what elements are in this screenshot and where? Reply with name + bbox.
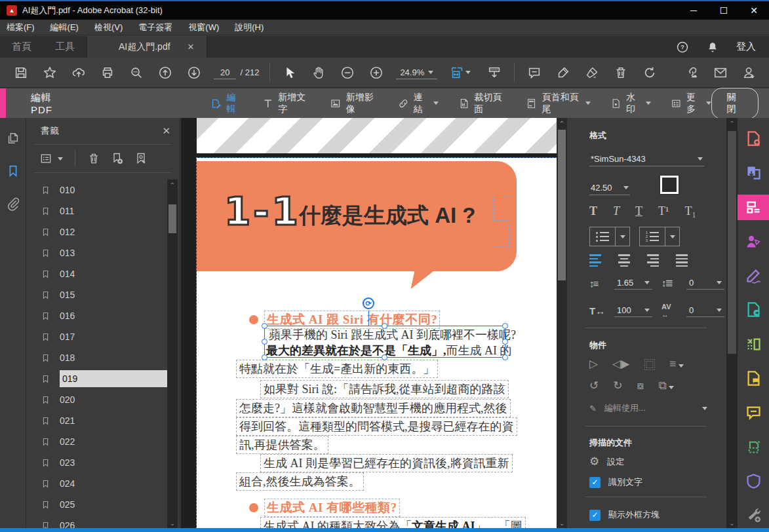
scroll-down-icon[interactable]: ⌄ bbox=[167, 518, 178, 528]
fill-sign-icon[interactable] bbox=[738, 263, 769, 288]
font-size-select[interactable]: 42.50 bbox=[589, 181, 630, 195]
scroll-down-icon[interactable]: ⌄ bbox=[726, 518, 738, 528]
crop-object-icon[interactable]: ⿴ bbox=[644, 356, 655, 372]
rotate-page-icon[interactable] bbox=[642, 66, 657, 80]
underline-button[interactable]: T bbox=[635, 204, 642, 218]
tab-document[interactable]: AI超入門.pdf ✕ bbox=[87, 36, 207, 58]
resize-handle[interactable] bbox=[502, 339, 508, 345]
add-image-button[interactable]: 新增影像 bbox=[330, 92, 378, 115]
numbered-list-button[interactable] bbox=[639, 227, 680, 246]
bookmark-item[interactable]: 014 bbox=[26, 263, 168, 284]
tab-close-icon[interactable]: ✕ bbox=[187, 42, 195, 52]
replace-image-icon[interactable]: ⧇ bbox=[637, 379, 644, 392]
fill-sign-pen-icon[interactable] bbox=[585, 66, 599, 80]
align-center-button[interactable] bbox=[618, 254, 630, 267]
scrollbar-thumb[interactable] bbox=[168, 204, 176, 233]
settings-label[interactable]: 設定 bbox=[607, 456, 624, 468]
watermark-button[interactable]: 水印 bbox=[610, 92, 651, 115]
attachments-paperclip-icon[interactable] bbox=[6, 197, 20, 211]
paragraph-line[interactable]: 如果對 Siri 說:「請告訴我,從車站到超商的路該 bbox=[260, 380, 509, 398]
paragraph-line[interactable]: 訊,再提供答案。 bbox=[236, 436, 328, 454]
bookmark-item[interactable]: 010 bbox=[26, 180, 168, 200]
bookmark-item[interactable]: 016 bbox=[26, 305, 168, 326]
protect-shield-icon[interactable] bbox=[738, 468, 769, 494]
next-page-icon[interactable] bbox=[187, 66, 201, 80]
pdf-page[interactable]: 1-1 什麼是生成式 AI ? ⟳ 生成式 AI 跟 Siri 有什麼不同? bbox=[197, 158, 557, 528]
export-share-icon[interactable] bbox=[738, 297, 769, 322]
resize-handle[interactable] bbox=[382, 354, 387, 360]
tab-home[interactable]: 首頁 bbox=[0, 36, 43, 58]
help-icon[interactable] bbox=[676, 41, 689, 54]
bookmark-item-selected[interactable]: 019 bbox=[26, 368, 168, 389]
chevron-down-icon[interactable] bbox=[58, 157, 63, 161]
menu-file[interactable]: 檔案(F) bbox=[7, 22, 35, 33]
font-color-swatch[interactable] bbox=[660, 176, 679, 194]
format-panel-scrollbar[interactable]: ⌃ ⌄ bbox=[726, 118, 738, 528]
show-outline-boxes-checkbox[interactable]: ✓ bbox=[589, 510, 601, 521]
recognize-text-checkbox[interactable]: ✓ bbox=[589, 477, 601, 488]
resize-handle[interactable] bbox=[262, 339, 267, 345]
flip-vertical-icon[interactable]: ◁▶ bbox=[612, 357, 629, 371]
scroll-up-icon[interactable]: ⌃ bbox=[726, 118, 738, 128]
selected-text-box[interactable] bbox=[264, 326, 505, 358]
paragraph-line[interactable]: 特點就在於「生成=產出新的東西。」 bbox=[236, 360, 438, 378]
tab-tools[interactable]: 工具 bbox=[43, 36, 87, 58]
bookmark-item[interactable]: 011 bbox=[26, 200, 168, 221]
page-thumbnails-icon[interactable] bbox=[6, 131, 20, 145]
notifications-bell-icon[interactable] bbox=[706, 41, 719, 54]
paragraph-line[interactable]: 生成式 AI 的種類大致分為「文章生成 AI」、「圖 bbox=[260, 517, 526, 528]
delete-bookmark-icon[interactable] bbox=[87, 152, 100, 165]
bold-button[interactable]: T bbox=[589, 204, 597, 218]
menu-help[interactable]: 說明(H) bbox=[235, 22, 264, 33]
font-family-select[interactable]: *SimSun-4343 bbox=[589, 152, 704, 166]
align-objects-icon[interactable]: ≡ bbox=[669, 358, 684, 371]
bookmark-item[interactable]: 024 bbox=[26, 473, 168, 494]
search-icon[interactable] bbox=[129, 66, 144, 80]
bookmarks-scrollbar[interactable]: ⌃ ⌄ bbox=[167, 180, 178, 528]
delete-trash-icon[interactable] bbox=[614, 66, 628, 80]
scroll-down-icon[interactable]: ⌄ bbox=[557, 518, 567, 528]
read-mode-icon[interactable] bbox=[487, 66, 502, 80]
scroll-up-icon[interactable]: ⌃ bbox=[557, 118, 567, 128]
request-signatures-icon[interactable] bbox=[738, 229, 769, 254]
heading2-text[interactable]: 生成式 AI 有哪些種類? bbox=[264, 499, 400, 517]
paragraph-line[interactable]: 得到回答。這種類型的問答模式,是搜尋已經存在的資 bbox=[236, 417, 517, 436]
cloud-upload-icon[interactable] bbox=[71, 66, 86, 80]
add-bookmark-icon[interactable] bbox=[111, 152, 124, 165]
rotate-ccw-icon[interactable]: ↺ bbox=[589, 379, 599, 392]
menu-window[interactable]: 視窗(W) bbox=[188, 22, 219, 33]
share-link-icon[interactable] bbox=[684, 66, 699, 80]
create-pdf-icon[interactable] bbox=[738, 126, 769, 151]
resize-handle[interactable] bbox=[382, 323, 387, 329]
page-number-input[interactable]: 20 bbox=[214, 66, 236, 79]
zoom-level-select[interactable]: 24.9% bbox=[396, 66, 437, 79]
maximize-button[interactable]: ☐ bbox=[709, 1, 739, 20]
bookmark-item[interactable]: 021 bbox=[26, 410, 168, 431]
page-comment-icon[interactable] bbox=[738, 366, 769, 391]
bookmarks-close-icon[interactable]: ✕ bbox=[162, 125, 170, 137]
flip-horizontal-icon[interactable]: ▷ bbox=[589, 357, 598, 371]
zoom-out-icon[interactable] bbox=[340, 66, 355, 80]
menu-esign[interactable]: 電子簽署 bbox=[138, 22, 172, 33]
bookmark-item[interactable]: 023 bbox=[26, 452, 168, 473]
bookmark-item[interactable]: 026 bbox=[26, 515, 168, 528]
bookmark-item[interactable]: 022 bbox=[26, 431, 168, 452]
resize-handle[interactable] bbox=[502, 323, 508, 329]
fit-options-chevron-icon[interactable] bbox=[465, 71, 471, 74]
goto-bookmark-icon[interactable] bbox=[134, 152, 148, 165]
arrange-objects-icon[interactable]: ⧉ bbox=[658, 379, 674, 392]
edit-using-label[interactable]: 編輯使用... bbox=[604, 402, 646, 414]
hand-tool-icon[interactable] bbox=[311, 66, 326, 80]
link-button[interactable]: 連結 bbox=[398, 92, 439, 115]
document-scrollbar[interactable]: ⌃ ⌄ bbox=[557, 118, 567, 528]
print-icon[interactable] bbox=[100, 66, 115, 80]
save-icon[interactable] bbox=[14, 66, 28, 80]
export-pdf-icon[interactable] bbox=[738, 160, 769, 185]
edit-mode-button[interactable]: 編輯 bbox=[210, 92, 243, 115]
italic-button[interactable]: T bbox=[613, 204, 620, 218]
menu-view[interactable]: 檢視(V) bbox=[94, 22, 123, 33]
bookmarks-panel-icon[interactable] bbox=[6, 164, 20, 178]
char-spacing-select[interactable]: 0 bbox=[686, 304, 724, 317]
rotate-handle-icon[interactable]: ⟳ bbox=[363, 297, 374, 309]
bulleted-list-button[interactable] bbox=[589, 227, 630, 246]
